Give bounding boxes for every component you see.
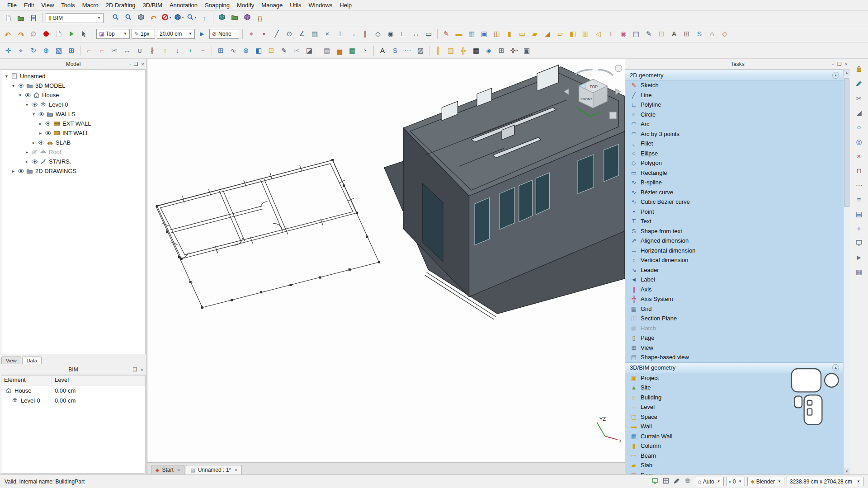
cut-plane-button[interactable]: ✂ xyxy=(291,45,302,56)
link-make-button[interactable] xyxy=(216,11,228,23)
pointer-button[interactable]: ► xyxy=(853,252,865,263)
expander-icon[interactable]: ▸ xyxy=(10,169,17,174)
tree-item-level-0[interactable]: ▾Level-0 xyxy=(1,100,145,109)
eye-visible-icon[interactable] xyxy=(37,139,46,146)
menu-macro[interactable]: Macro xyxy=(79,0,102,10)
panel-tools-button[interactable]: ▣ xyxy=(521,45,533,56)
menu-snapping[interactable]: Snapping xyxy=(201,0,233,10)
task-item-project[interactable]: ▣Project xyxy=(625,373,843,383)
bim-window-button[interactable]: ▣ xyxy=(478,28,490,40)
beam-array-button[interactable]: ▥ xyxy=(445,45,457,56)
snap-grid-button[interactable]: ▦ xyxy=(309,28,321,40)
tasks-scrollbar[interactable]: ▲ ▼ xyxy=(843,70,850,474)
task-item-slab[interactable]: ▰Slab xyxy=(625,460,843,470)
snap-center-button[interactable]: ⊙ xyxy=(283,28,295,40)
hatch-tool-button[interactable]: ▨ xyxy=(415,45,426,56)
doc-tab-start[interactable]: ◆Start× xyxy=(151,465,184,474)
zoom-tools-button[interactable]: ▾ xyxy=(186,11,198,23)
remove-point-button[interactable]: − xyxy=(197,45,209,56)
path-array-button[interactable]: ∿ xyxy=(227,45,239,56)
scrollbar-track[interactable] xyxy=(844,76,850,468)
tree-item-int-wall[interactable]: ▸INT WALL xyxy=(1,128,145,138)
join-button[interactable]: ∪ xyxy=(134,45,146,56)
panel-close-icon[interactable]: × xyxy=(142,61,144,67)
task-item-sketch[interactable]: ✎Sketch xyxy=(625,80,843,90)
task-item-view[interactable]: ⊞View xyxy=(625,343,843,353)
task-item-shape-from-text[interactable]: SShape from text xyxy=(625,226,843,236)
bim-sketch-button[interactable]: ✎ xyxy=(440,28,452,40)
undo-button[interactable] xyxy=(2,28,14,40)
link-replace-button[interactable] xyxy=(241,11,253,23)
snap-perpendicular-button[interactable]: ⊥ xyxy=(334,28,346,40)
view-up-button[interactable]: ↑ xyxy=(198,13,210,24)
bim-row-level-0[interactable]: Level-00.00 cm xyxy=(1,395,145,405)
column-header-level[interactable]: Level xyxy=(52,375,145,385)
bim-frame-button[interactable]: ◧ xyxy=(567,28,579,40)
eye-visible-icon[interactable] xyxy=(30,158,39,165)
trimex-button[interactable]: ✂ xyxy=(853,93,865,103)
tree-item-3d-model[interactable]: ▾3D MODEL xyxy=(1,81,145,90)
image-plane-button[interactable]: ▤ xyxy=(321,45,333,56)
fit-selection-button[interactable] xyxy=(123,11,134,23)
menu-help[interactable]: Help xyxy=(336,0,355,10)
macro-play-button[interactable] xyxy=(66,28,77,40)
polar-array-button[interactable]: ⊛ xyxy=(240,45,252,56)
task-item-axis[interactable]: ∥Axis xyxy=(625,285,843,295)
task-item-polygon[interactable]: ◇Polygon xyxy=(625,158,843,168)
viewport-3d[interactable]: TOP FRONT YZ x xyxy=(147,59,625,462)
bim-door-button[interactable]: ◫ xyxy=(491,28,503,40)
eye-hidden-icon[interactable] xyxy=(30,149,39,155)
autogroup-status-selector[interactable]: ⌂ Auto ▼ xyxy=(695,477,724,486)
menu-manage[interactable]: Manage xyxy=(258,0,286,10)
whats-this-button[interactable] xyxy=(78,28,90,40)
sketch-edit-button[interactable] xyxy=(853,79,865,89)
task-item-building[interactable]: ⌂Building xyxy=(625,393,843,403)
task-item-wall[interactable]: ▬Wall xyxy=(625,422,843,432)
screen-button[interactable] xyxy=(853,238,865,248)
waffle-button[interactable]: ▦ xyxy=(853,267,865,277)
tree-item-ext-wall[interactable]: ▸EXT WALL xyxy=(1,119,145,128)
expander-icon[interactable]: ▸ xyxy=(24,159,30,164)
tree-item-slab[interactable]: ▸SLAB xyxy=(1,138,145,147)
menu-file[interactable]: File xyxy=(4,0,20,10)
add-button[interactable]: + xyxy=(853,223,865,234)
bim-truss-button[interactable]: ◁ xyxy=(592,28,604,40)
lock-button[interactable] xyxy=(853,64,865,75)
task-item-section-plane[interactable]: ◫Section Plane xyxy=(625,314,843,324)
task-item-axis-system[interactable]: ╬Axis System xyxy=(625,294,843,304)
expander-icon[interactable]: ▸ xyxy=(24,150,30,155)
menu-tools[interactable]: Tools xyxy=(57,0,78,10)
orbit-button[interactable]: ⊕ xyxy=(40,45,52,56)
task-item-beam[interactable]: ▭Beam xyxy=(625,451,843,461)
box-select-button[interactable]: ▧ xyxy=(53,45,65,56)
draft-edit-button[interactable] xyxy=(672,477,682,486)
task-item-page[interactable]: ▯Page xyxy=(625,333,843,343)
expander-icon[interactable]: ▾ xyxy=(17,93,24,98)
redo-button[interactable] xyxy=(15,28,27,40)
workbench-selector[interactable]: ▮ BIM ▼ xyxy=(46,13,104,23)
expander-icon[interactable]: ▾ xyxy=(24,102,30,107)
renderer-selector[interactable]: ◆ Blender ▼ xyxy=(747,477,784,486)
task-item-column[interactable]: ▮Column xyxy=(625,441,843,451)
task-item-cubic-b-zier-curve[interactable]: ∿Cubic Bézier curve xyxy=(625,197,843,207)
snap-parallel-button[interactable]: ∥ xyxy=(359,28,371,40)
bim-library-button[interactable]: ⌂ xyxy=(706,28,718,40)
task-item-b-spline[interactable]: ∿B-spline xyxy=(625,178,843,188)
console-toggle-button[interactable] xyxy=(650,477,660,486)
task-item-horizontal-dimension[interactable]: ↔Horizontal dimension xyxy=(625,246,843,256)
task-item-polyline[interactable]: ∟Polyline xyxy=(625,100,843,110)
menu-edit[interactable]: Edit xyxy=(20,0,38,10)
bim-shape-button[interactable]: S xyxy=(693,28,705,40)
bim-schedule-button[interactable]: ▤ xyxy=(630,28,642,40)
menu-windows[interactable]: Windows xyxy=(305,0,336,10)
eye-visible-icon[interactable] xyxy=(44,130,52,136)
macro-record-button[interactable] xyxy=(40,28,52,40)
bar-chart-button[interactable]: ▅ xyxy=(334,45,345,56)
autogroup-button[interactable]: ► xyxy=(196,28,208,40)
expander-icon[interactable]: ▾ xyxy=(30,112,37,117)
shapestring-button[interactable]: S xyxy=(389,45,401,56)
task-item-arc[interactable]: ◠Arc xyxy=(625,119,843,129)
task-item-door[interactable]: ◫Door xyxy=(625,470,843,475)
array-button[interactable]: ⊞ xyxy=(215,45,226,56)
panel-close-icon[interactable]: × xyxy=(141,367,143,372)
